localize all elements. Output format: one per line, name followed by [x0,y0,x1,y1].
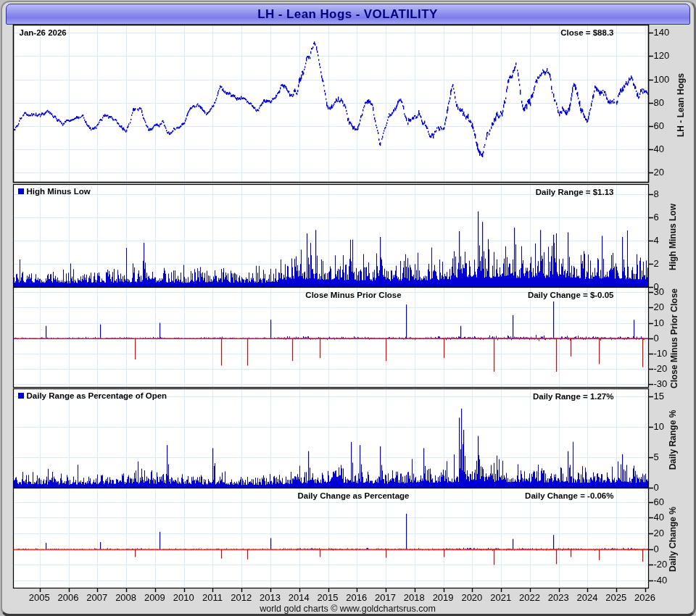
x-tick-label: 2006 [52,592,84,603]
x-tick-label: 2023 [542,592,574,603]
legend-swatch-icon [18,188,24,194]
y-tick-label: 20 [654,167,664,178]
x-tick-label: 2012 [225,592,257,603]
y-tick-label: 100 [654,74,670,85]
y-tick-label: -20 [654,363,668,374]
x-tick-label: 2009 [138,592,170,603]
y-tick-label: 140 [654,27,670,38]
x-tick-label: 2021 [485,592,517,603]
y-tick-label: 80 [654,97,664,108]
y-tick-label: 60 [654,120,664,131]
close-value-label: Close = $88.3 [560,28,613,37]
x-tick-label: 2016 [341,592,373,603]
y-tick-label: -20 [654,559,668,570]
x-tick-label: 2013 [254,592,286,603]
x-tick-label: 2025 [600,592,632,603]
x-tick-label: 2026 [629,592,661,603]
daily-range-pct-value-label: Daily Range = 1.27% [533,392,614,401]
y-tick-label: 40 [654,143,664,154]
x-tick-label: 2011 [196,592,228,603]
y-tick-label: 8 [654,188,659,199]
legend-label: Daily Range as Percentage of Open [27,391,167,400]
legend-daily-range-pct: Daily Range as Percentage of Open [18,391,167,400]
y-tick-label: 2 [654,258,659,269]
y-tick-label: 40 [654,512,664,523]
x-tick-label: 2020 [456,592,488,603]
y-tick-label: 4 [654,235,659,246]
x-tick-label: 2019 [427,592,459,603]
x-tick-label: 2007 [81,592,113,603]
y-tick-label: 15 [654,391,664,401]
date-label: Jan-26 2026 [20,28,67,37]
x-tick-label: 2022 [513,592,545,603]
legend-label: High Minus Low [27,187,91,196]
chart-window: LH - Lean Hogs - VOLATILITY Jan-26 2026 … [1,1,696,616]
axis-title-high-minus-low: High Minus Low [668,204,678,270]
legend-swatch-icon [18,393,24,399]
y-tick-label: 30 [654,286,664,297]
y-tick-label: 120 [654,50,670,61]
page-title: LH - Lean Hogs - VOLATILITY [257,7,437,22]
y-tick-label: -30 [654,378,668,389]
daily-range-value-label: Daily Range = $1.13 [536,188,614,196]
x-tick-label: 2017 [370,592,402,603]
y-tick-label: 60 [654,496,664,507]
y-tick-label: 20 [654,301,664,312]
y-tick-label: 6 [654,212,659,222]
title-bar: LH - Lean Hogs - VOLATILITY [6,4,690,25]
x-tick-label: 2015 [312,592,344,603]
axis-title-close-minus-prior: Close Minus Prior Close [669,288,679,388]
daily-change-value-label: Daily Change = $-0.05 [528,291,614,299]
x-tick-label: 2018 [398,592,430,603]
y-tick-label: 5 [654,451,659,462]
y-tick-label: -10 [654,348,668,359]
x-tick-label: 2010 [167,592,199,603]
credit-line: world gold charts © www.goldchartsrus.co… [2,604,694,614]
y-tick-label: 0 [654,482,659,493]
y-tick-label: -40 [654,575,668,586]
y-tick-label: 0 [654,544,659,554]
x-tick-label: 2008 [110,592,142,603]
y-tick-label: 10 [654,421,664,432]
x-tick-label: 2005 [23,592,55,603]
daily-change-pct-value-label: Daily Change = -0.06% [525,491,613,500]
x-tick-label: 2014 [283,592,315,603]
x-tick-label: 2024 [571,592,603,603]
y-tick-label: 20 [654,528,664,538]
axis-title-price: LH - Lean Hogs [676,73,686,137]
y-tick-label: 0 [654,333,659,344]
axis-title-daily-range-pct: Daily Range % [668,410,678,470]
y-tick-label: 10 [654,317,664,328]
legend-high-minus-low: High Minus Low [18,187,91,196]
axis-title-daily-change-pct: Daily Change % [668,507,678,572]
volatility-chart-canvas [2,2,694,614]
